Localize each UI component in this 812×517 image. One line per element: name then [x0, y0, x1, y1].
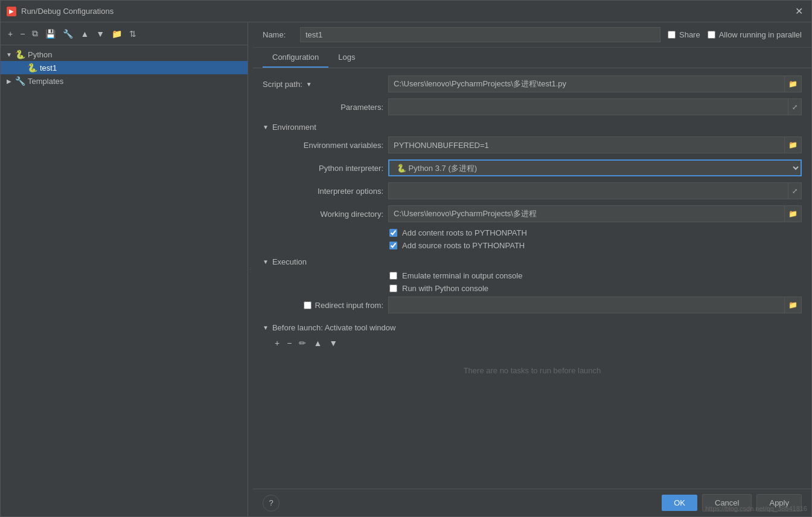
add-content-roots-label: Add content roots to PYTHONPATH: [402, 228, 527, 237]
env-vars-browse-button[interactable]: 📁: [785, 136, 802, 153]
emulate-terminal-item: Emulate terminal in output console: [389, 271, 802, 280]
bottom-bar: ? OK Cancel Apply: [253, 489, 811, 516]
before-launch-up-button[interactable]: ▲: [311, 337, 324, 349]
share-label: Share: [679, 30, 700, 39]
script-path-row: Script path: ▼ 📁: [263, 75, 802, 92]
run-debug-dialog: ▶ Run/Debug Configurations ✕ + − ⧉ 💾 🔧 ▲…: [0, 0, 812, 517]
before-launch-empty-message: There are no tasks to run before launch: [263, 354, 802, 387]
left-toolbar: + − ⧉ 💾 🔧 ▲ ▼ 📁 ⇅: [1, 22, 248, 45]
ok-button[interactable]: OK: [662, 495, 697, 511]
pythonpath-checkboxes: Add content roots to PYTHONPATH Add sour…: [389, 228, 802, 250]
redirect-input-browse-button[interactable]: 📁: [785, 297, 802, 313]
interpreter-options-input[interactable]: [388, 182, 788, 199]
script-path-dropdown[interactable]: ▼: [305, 81, 313, 88]
interpreter-options-row: Interpreter options: ⤢: [263, 182, 802, 199]
remove-config-button[interactable]: −: [18, 28, 27, 40]
move-up-button[interactable]: ▲: [78, 28, 91, 40]
redirect-input-row: Redirect input from: 📁: [263, 297, 802, 313]
emulate-terminal-label: Emulate terminal in output console: [402, 271, 522, 280]
help-button[interactable]: ?: [263, 495, 280, 512]
before-launch-down-button[interactable]: ▼: [327, 337, 340, 349]
tab-configuration[interactable]: Configuration: [263, 48, 328, 68]
script-path-form-label: Script path: ▼: [263, 80, 383, 89]
tree-item-python[interactable]: ▼ 🐍 Python: [1, 48, 248, 61]
save-config-button[interactable]: 💾: [43, 28, 58, 40]
execution-section-header: ▼ Execution: [263, 257, 802, 266]
env-vars-label: Environment variables:: [263, 141, 383, 150]
redirect-input-label-container: Redirect input from:: [263, 301, 383, 310]
allow-parallel-label: Allow running in parallel: [719, 30, 802, 39]
close-button[interactable]: ✕: [793, 5, 805, 17]
share-checkbox[interactable]: [668, 31, 676, 39]
python-arrow: ▼: [5, 51, 13, 58]
working-dir-row: Working directory: 📁: [263, 205, 802, 222]
tab-logs[interactable]: Logs: [328, 48, 365, 68]
wrench-button[interactable]: 🔧: [60, 28, 75, 40]
before-launch-header: ▼ Before launch: Activate tool window: [263, 323, 802, 332]
before-launch-edit-button[interactable]: ✏: [296, 337, 308, 349]
env-vars-input-group: 📁: [388, 136, 802, 153]
add-source-roots-checkbox[interactable]: [389, 242, 397, 249]
name-input[interactable]: [300, 27, 660, 42]
execution-checkboxes: Emulate terminal in output console Run w…: [389, 271, 802, 293]
run-python-console-item: Run with Python console: [389, 284, 802, 293]
right-panel: Name: Share Allow running in parallel Co…: [253, 22, 811, 516]
left-panel: + − ⧉ 💾 🔧 ▲ ▼ 📁 ⇅ ▼ 🐍 Python 🐍: [1, 22, 248, 516]
before-launch-add-button[interactable]: +: [272, 337, 282, 349]
test1-label: test1: [40, 63, 57, 72]
tree-item-test1[interactable]: 🐍 test1: [1, 61, 248, 74]
python-interpreter-select[interactable]: 🐍 Python 3.7 (多进程): [388, 159, 802, 176]
title-bar: ▶ Run/Debug Configurations ✕: [1, 1, 811, 22]
env-vars-input[interactable]: [388, 136, 785, 153]
allow-parallel-checkbox[interactable]: [708, 31, 715, 39]
working-dir-input[interactable]: [388, 205, 785, 222]
python-icon: 🐍: [15, 50, 25, 59]
environment-section-header: ▼ Environment: [263, 123, 802, 132]
emulate-terminal-checkbox[interactable]: [389, 272, 397, 280]
script-path-input[interactable]: [388, 75, 785, 92]
folder-button[interactable]: 📁: [109, 28, 124, 40]
templates-icon: 🔧: [15, 76, 25, 86]
before-launch-label: Before launch: Activate tool window: [272, 323, 396, 332]
execution-section-label: Execution: [272, 257, 307, 266]
add-content-roots-item: Add content roots to PYTHONPATH: [389, 228, 802, 237]
watermark: https://blog.csdn.net/qq_38841816: [705, 505, 807, 512]
config-area: Script path: ▼ 📁 Parameters: ⤢: [253, 68, 811, 489]
parameters-expand-button[interactable]: ⤢: [788, 98, 802, 115]
before-launch-remove-button[interactable]: −: [284, 337, 294, 349]
environment-section-label: Environment: [272, 123, 316, 132]
panel-divider[interactable]: ⋮: [248, 22, 253, 516]
copy-config-button[interactable]: ⧉: [30, 27, 40, 40]
parameters-row: Parameters: ⤢: [263, 98, 802, 115]
working-dir-input-group: 📁: [388, 205, 802, 222]
add-content-roots-checkbox[interactable]: [389, 229, 397, 237]
before-launch-toolbar: + − ✏ ▲ ▼: [272, 337, 802, 349]
main-content: + − ⧉ 💾 🔧 ▲ ▼ 📁 ⇅ ▼ 🐍 Python 🐍: [1, 22, 811, 516]
parameters-input[interactable]: [388, 98, 788, 115]
interpreter-options-label: Interpreter options:: [263, 187, 383, 196]
interpreter-options-expand-button[interactable]: ⤢: [788, 182, 802, 199]
script-path-browse-button[interactable]: 📁: [785, 75, 802, 92]
working-dir-label: Working directory:: [263, 210, 383, 219]
environment-collapse-arrow[interactable]: ▼: [263, 124, 269, 130]
redirect-input-label: Redirect input from:: [315, 301, 383, 310]
interpreter-options-input-group: ⤢: [388, 182, 802, 199]
run-python-console-checkbox[interactable]: [389, 284, 397, 292]
templates-label: Templates: [28, 77, 63, 86]
parameters-label: Parameters:: [263, 103, 383, 112]
working-dir-browse-button[interactable]: 📁: [785, 205, 802, 222]
title-bar-left: ▶ Run/Debug Configurations: [7, 7, 113, 16]
before-launch-arrow[interactable]: ▼: [263, 324, 269, 331]
tree-item-templates[interactable]: ▶ 🔧 Templates: [1, 74, 248, 88]
parameters-input-group: ⤢: [388, 98, 802, 115]
sort-button[interactable]: ⇅: [127, 28, 139, 40]
redirect-input-field[interactable]: [388, 297, 785, 313]
script-path-input-group: 📁: [388, 75, 802, 92]
test1-icon: 🐍: [27, 63, 37, 72]
python-interpreter-label: Python interpreter:: [263, 164, 383, 173]
script-path-label: Script path:: [263, 80, 302, 89]
move-down-button[interactable]: ▼: [94, 28, 107, 40]
execution-collapse-arrow[interactable]: ▼: [263, 258, 269, 265]
redirect-input-checkbox[interactable]: [304, 301, 312, 309]
add-config-button[interactable]: +: [5, 28, 15, 40]
